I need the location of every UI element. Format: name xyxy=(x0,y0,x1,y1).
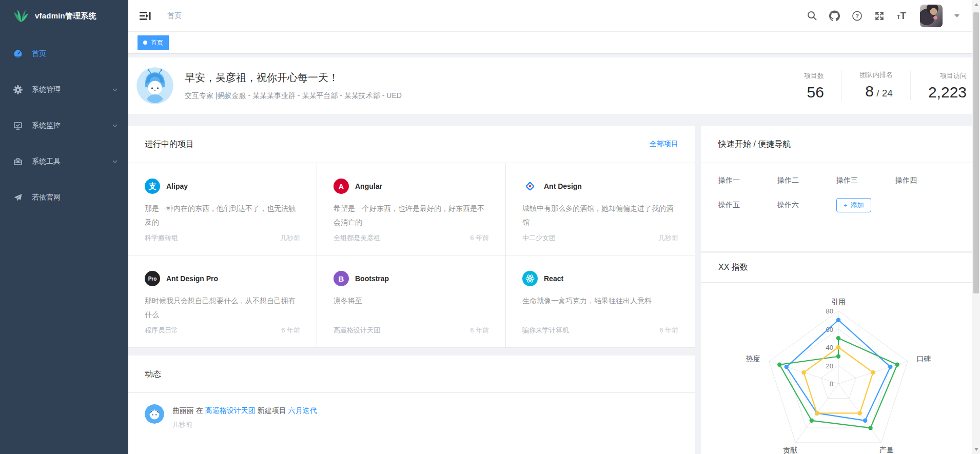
svg-text:80: 80 xyxy=(826,307,833,315)
activity-text: 曲丽丽 在 高逼格设计天团 新建项目 六月迭代 xyxy=(172,404,317,416)
vertical-scrollbar[interactable] xyxy=(972,0,980,454)
app-title: vfadmin管理系统 xyxy=(35,11,96,21)
breadcrumb[interactable]: 首页 xyxy=(167,11,182,21)
project-name: Alipay xyxy=(166,182,188,190)
project-card-ant-design-pro[interactable]: Pro Ant Design Pro 那时候我只会想自己想要什么，从不想自己拥有… xyxy=(128,255,317,348)
app-logo[interactable]: vfadmin管理系统 xyxy=(0,0,128,32)
activity-user-avatar xyxy=(145,404,164,424)
content-area: 进行中的项目 全部项目 支 Alipay 那是一种内在的东西，他们到达不了，也无… xyxy=(128,126,972,454)
project-time: 几秒前 xyxy=(280,233,300,243)
project-time: 6 年前 xyxy=(281,326,300,335)
sidebar-collapse-icon[interactable] xyxy=(140,10,152,22)
project-name: React xyxy=(544,274,563,283)
chevron-down-icon xyxy=(112,123,118,129)
activity-time: 几秒前 xyxy=(172,420,317,429)
top-navbar: 首页 ? TT xyxy=(128,0,980,32)
project-desc: 那是一种内在的东西，他们到达不了，也无法触及的 xyxy=(145,202,300,229)
search-icon[interactable] xyxy=(807,10,817,21)
ant-design-logo-icon xyxy=(522,179,538,194)
greeting-block: 早安，吴彦祖，祝你开心每一天！ 交互专家 |蚂蚁金服 - 某某某事业群 - 某某… xyxy=(185,71,402,101)
sidebar-item-label: 首页 xyxy=(32,49,46,58)
sidebar-item-system-monitor[interactable]: 系统监控 xyxy=(0,108,128,144)
paper-plane-icon xyxy=(13,193,23,202)
project-card-ant-design[interactable]: Ant Design 城镇中有那么多的酒馆，她却偏偏走进了我的酒馆 中二少女团几… xyxy=(506,163,695,255)
sidebar-item-official-site[interactable]: 若依官网 xyxy=(0,180,128,215)
projects-header: 进行中的项目 全部项目 xyxy=(128,126,695,163)
activity-body: 曲丽丽 在 高逼格设计天团 新建项目 六月迭代 几秒前 xyxy=(172,404,317,429)
add-button[interactable]: + 添加 xyxy=(836,198,871,212)
project-time: 6 年前 xyxy=(470,233,489,243)
quickstart-grid: 操作一 操作二 操作三 操作四 操作五 操作六 + 添加 xyxy=(701,163,972,225)
activity-item: 曲丽丽 在 高逼格设计天团 新建项目 六月迭代 几秒前 xyxy=(128,393,695,429)
project-desc: 那时候我只会想自己想要什么，从不想自己拥有什么 xyxy=(145,294,300,322)
index-title: XX 指数 xyxy=(718,262,748,273)
tag-home[interactable]: 首页 xyxy=(138,35,169,50)
svg-text:60: 60 xyxy=(826,326,833,333)
project-card-alipay[interactable]: 支 Alipay 那是一种内在的东西，他们到达不了，也无法触及的 科学搬砖组几秒… xyxy=(128,163,317,255)
stat-value: 2,223 xyxy=(928,85,967,100)
scroll-down-arrow-icon[interactable] xyxy=(974,448,978,451)
toolbox-icon xyxy=(13,157,23,166)
bootstrap-badge-icon: B xyxy=(334,271,349,286)
quick-action-5[interactable]: 操作五 xyxy=(718,201,777,210)
quick-action-1[interactable]: 操作一 xyxy=(718,176,777,185)
sidebar-item-home[interactable]: 首页 xyxy=(0,36,128,72)
fullscreen-icon[interactable] xyxy=(874,10,885,21)
quick-action-4[interactable]: 操作四 xyxy=(895,176,954,185)
user-avatar[interactable] xyxy=(920,5,943,27)
project-card-angular[interactable]: A Angular 希望是一个好东西，也许是最好的，好东西是不会消亡的 全组都是… xyxy=(317,163,506,255)
activity-project-link[interactable]: 六月迭代 xyxy=(288,406,317,414)
svg-text:产量: 产量 xyxy=(879,446,894,454)
tag-label: 首页 xyxy=(151,38,163,47)
stat-visits: 项目访问 2,223 xyxy=(910,71,967,100)
activity-title: 动态 xyxy=(145,369,161,380)
sidebar-item-label: 系统监控 xyxy=(32,121,61,130)
welcome-card: 早安，吴彦祖，祝你开心每一天！ 交互专家 |蚂蚁金服 - 某某某事业群 - 某某… xyxy=(128,57,980,114)
activity-group-link[interactable]: 高逼格设计天团 xyxy=(205,406,256,414)
scrollbar-thumb[interactable] xyxy=(973,12,979,293)
quick-action-3[interactable]: 操作三 xyxy=(836,176,895,185)
tags-view-bar: 首页 xyxy=(128,32,980,54)
sidebar-menu: 首页 系统管理 系统监控 xyxy=(0,32,128,215)
quick-action-6[interactable]: 操作六 xyxy=(777,201,836,210)
sidebar: vfadmin管理系统 首页 系统管理 xyxy=(0,0,128,454)
radar-chart: 020406080引用口碑产量贡献热度 xyxy=(701,283,972,454)
greeting-subtitle: 交互专家 |蚂蚁金服 - 某某某事业群 - 某某平台部 - 某某技术部 - UE… xyxy=(185,91,402,101)
activity-header: 动态 xyxy=(128,356,695,393)
help-icon[interactable]: ? xyxy=(852,10,863,21)
scroll-up-arrow-icon[interactable] xyxy=(974,3,978,6)
sidebar-item-label: 系统工具 xyxy=(32,157,61,166)
svg-text:贡献: 贡献 xyxy=(783,446,798,454)
svg-text:40: 40 xyxy=(826,344,833,351)
project-group: 程序员日常 xyxy=(145,326,178,335)
plus-icon: + xyxy=(844,202,848,209)
caret-down-icon[interactable] xyxy=(954,14,959,17)
navbar-actions: ? TT xyxy=(807,5,968,27)
project-card-bootstrap[interactable]: B Bootstrap 凛冬将至 高逼格设计天团6 年前 xyxy=(317,255,506,348)
quick-action-2[interactable]: 操作二 xyxy=(777,176,836,185)
project-name: Bootstrap xyxy=(355,274,389,283)
sidebar-item-system-manage[interactable]: 系统管理 xyxy=(0,72,128,108)
stat-label: 团队内排名 xyxy=(859,70,893,80)
font-size-icon[interactable]: TT xyxy=(897,11,906,21)
all-projects-link[interactable]: 全部项目 xyxy=(650,140,678,149)
page-body: 早安，吴彦祖，祝你开心每一天！ 交互专家 |蚂蚁金服 - 某某某事业群 - 某某… xyxy=(128,54,980,454)
project-desc: 生命就像一盒巧克力，结果往往出人意料 xyxy=(522,294,678,322)
project-desc: 城镇中有那么多的酒馆，她却偏偏走进了我的酒馆 xyxy=(522,202,678,229)
github-icon[interactable] xyxy=(829,10,840,21)
stat-value: 56 xyxy=(804,85,824,100)
profile-avatar xyxy=(136,67,173,104)
activity-user: 曲丽丽 xyxy=(172,406,194,414)
sidebar-item-system-tools[interactable]: 系统工具 xyxy=(0,144,128,180)
project-desc: 希望是一个好东西，也许是最好的，好东西是不会消亡的 xyxy=(334,202,489,229)
svg-text:0: 0 xyxy=(830,380,833,388)
project-group: 中二少女团 xyxy=(522,233,556,243)
stats-group: 项目数 56 团队内排名 8 / 24 项目访问 2,223 xyxy=(787,70,967,101)
project-group: 科学搬砖组 xyxy=(145,233,178,243)
sidebar-item-label: 若依官网 xyxy=(32,193,61,202)
project-card-react[interactable]: React 生命就像一盒巧克力，结果往往出人意料 骗你来学计算机6 年前 xyxy=(506,255,695,348)
svg-text:热度: 热度 xyxy=(746,354,760,363)
quickstart-header: 快速开始 / 便捷导航 xyxy=(701,126,972,163)
quickstart-panel: 快速开始 / 便捷导航 操作一 操作二 操作三 操作四 操作五 操作六 + 添加 xyxy=(701,126,972,251)
activity-panel: 动态 曲丽丽 在 高逼格设计天团 新建项目 xyxy=(128,356,695,454)
